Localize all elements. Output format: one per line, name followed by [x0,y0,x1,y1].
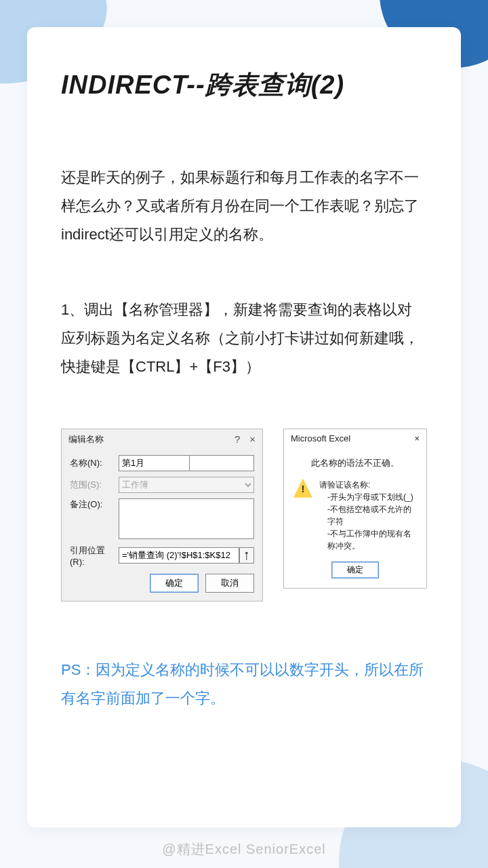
error-dialog: Microsoft Excel × 此名称的语法不正确。 请验证该名称: -开头… [283,429,427,589]
error-line-verify: 请验证该名称: [319,479,417,491]
collapse-icon: ⭡ [242,550,251,561]
edit-name-titlebar: 编辑名称 ? × [62,429,262,450]
name-label: 名称(N): [70,457,119,469]
error-details: 请验证该名称: -开头为字母或下划线(_) -不包括空格或不允许的字符 -不与工… [319,479,417,552]
error-bullet-2: -不包括空格或不允许的字符 [327,503,417,528]
ok-button[interactable]: 确定 [150,574,199,593]
comment-textarea[interactable] [119,498,254,539]
name-input-extension[interactable] [190,455,255,471]
error-titlebar: Microsoft Excel × [284,429,426,448]
error-bullet-3: -不与工作簿中的现有名称冲突。 [327,528,417,552]
help-icon[interactable]: ? [235,433,240,445]
close-icon[interactable]: × [414,433,420,443]
error-title-text: Microsoft Excel [291,433,350,443]
content-card: INDIRECT--跨表查询(2) 还是昨天的例子，如果标题行和每月工作表的名字… [27,27,461,827]
footer-credit: @精进Excel SeniorExcel [0,840,488,859]
warning-icon [293,479,312,498]
name-input[interactable] [119,455,190,471]
scope-select: 工作簿 [119,477,254,493]
error-headline: 此名称的语法不正确。 [293,457,417,469]
dialog-screenshots: 编辑名称 ? × 名称(N): 范围(S): 工作簿 [61,429,427,601]
ref-label: 引用位置(R): [70,545,119,567]
page-title: INDIRECT--跨表查询(2) [61,68,427,102]
error-ok-button[interactable]: 确定 [331,561,379,578]
intro-paragraph: 还是昨天的例子，如果标题行和每月工作表的名字不一样怎么办？又或者所有月份在同一个… [61,163,427,248]
scope-label: 范围(S): [70,479,119,491]
step-1-text: 1、调出【名称管理器】，新建将需要查询的表格以对应列标题为名定义名称（之前小打卡… [61,296,427,380]
ps-note: PS：因为定义名称的时候不可以以数字开头，所以在所有名字前面加了一个字。 [61,656,427,713]
cancel-button[interactable]: 取消 [205,574,254,593]
edit-name-dialog: 编辑名称 ? × 名称(N): 范围(S): 工作簿 [61,429,263,601]
error-bullet-1: -开头为字母或下划线(_) [327,491,417,503]
ref-input[interactable] [119,547,239,564]
close-icon[interactable]: × [249,433,256,445]
comment-label: 备注(O): [70,498,119,511]
ref-picker-button[interactable]: ⭡ [239,547,254,564]
edit-name-title-text: 编辑名称 [68,433,104,446]
